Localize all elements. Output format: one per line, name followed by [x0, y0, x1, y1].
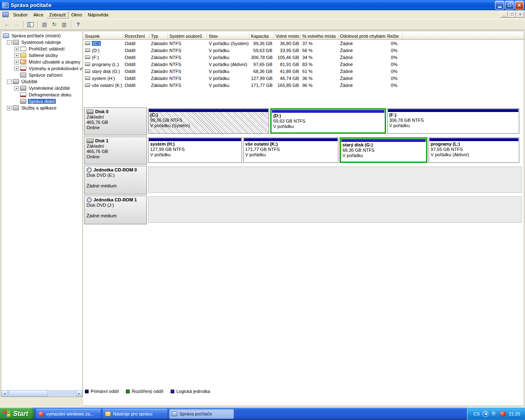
volume-row-system-h[interactable]: system (H:) Oddíl Základní NTFS V pořádk… — [83, 75, 524, 82]
partition-c[interactable]: (C:)99,36 GB NTFSV pořádku (Systém) — [148, 108, 269, 134]
refresh-button[interactable]: ↻ — [50, 20, 59, 29]
tree-item-vystrahy-a-protokolovani[interactable]: + Výstrahy a protokolování vý — [1, 65, 82, 72]
expand-toggle[interactable]: + — [14, 86, 19, 91]
extended-partition-color-swatch — [126, 390, 130, 393]
scrollbar-track[interactable] — [48, 390, 76, 397]
security-alert-tray-icon[interactable] — [500, 411, 506, 417]
menu-zobrazit[interactable]: Zobrazit — [46, 11, 68, 18]
volume-row-vse-ostatni-k[interactable]: vše ostatní (K:) Oddíl Základní NTFS V p… — [83, 82, 524, 89]
start-button[interactable]: Start — [0, 408, 34, 420]
partition-l[interactable]: programy (L:)97,65 GB NTFSV pořádku (Akt… — [429, 137, 519, 163]
column-header-volne-misto[interactable]: Volné místo — [274, 33, 301, 40]
expand-toggle[interactable]: + — [14, 66, 19, 71]
menu-napoveda[interactable]: Nápověda — [85, 11, 111, 18]
scroll-right-button[interactable]: ► — [76, 390, 82, 397]
close-button[interactable]: × — [515, 1, 524, 9]
disk-1-label[interactable]: Disk 1 Základní 465,76 GB Online — [84, 137, 147, 164]
forward-button[interactable]: → — [12, 20, 21, 29]
collapse-toggle[interactable]: - — [7, 40, 11, 45]
column-header-svazek[interactable]: Svazek — [83, 33, 123, 40]
restore-button[interactable] — [505, 1, 514, 9]
tree-item-mistni-uzivatele-a-skupiny[interactable]: + Místní uživatelé a skupiny — [1, 59, 82, 65]
volume-row-stary-disk-g[interactable]: starý disk (G:) Oddíl Základní NTFS V po… — [83, 68, 524, 75]
show-hide-tree-button[interactable] — [26, 20, 35, 29]
volume-row-programy-l[interactable]: programy (L:) Oddíl Základní NTFS V pořá… — [83, 61, 524, 68]
partition-status: V pořádku — [273, 124, 384, 129]
volume-row-c[interactable]: (C:) Oddíl Základní NTFS V pořádku (Syst… — [83, 40, 524, 47]
console-tree: Správa počítače (místní) - Systémové nás… — [1, 31, 82, 111]
task-button-vymazani-windows[interactable]: vymazání windows za... — [36, 409, 101, 419]
tree-item-sprava-pocitace-mistni[interactable]: Správa počítače (místní) — [1, 32, 82, 39]
expand-toggle[interactable]: + — [14, 47, 19, 51]
tree-item-spravce-zarizeni[interactable]: Správce zařízení — [1, 72, 82, 78]
task-button-nastroje-pro-spravu[interactable]: Nástroje pro správu — [103, 409, 167, 419]
partition-name: (D:) — [273, 113, 384, 119]
menu-soubor[interactable]: Soubor — [10, 11, 30, 18]
tree-item-prohlizec-udalosti[interactable]: + Prohlížeč událostí — [1, 46, 82, 52]
partition-h[interactable]: system (H:)127,99 GB NTFSV pořádku — [148, 137, 242, 163]
partition-k[interactable]: vše ostatní (K:)171,77 GB NTFSV pořádku — [243, 137, 338, 163]
column-header-rezie[interactable]: Režie — [386, 33, 403, 40]
cdrom-0-label[interactable]: Jednotka CD-ROM 0 Disk DVD (E:) Žádné mé… — [84, 166, 147, 194]
tree-item-uloziste[interactable]: - Úložiště — [1, 78, 82, 85]
expand-toggle[interactable]: + — [14, 60, 19, 64]
volume-status: V pořádku (Systém) — [207, 41, 249, 46]
cdrom-0-media-area[interactable] — [148, 167, 522, 193]
media-status: Žádné médium — [87, 183, 144, 189]
expand-toggle[interactable]: + — [14, 53, 19, 58]
drive-type: Disk DVD (E:) — [87, 173, 144, 178]
volume-name: (D:) — [92, 48, 99, 53]
column-header-rozvrzeni[interactable]: Rozvržení — [123, 33, 149, 40]
column-header-system-souboru[interactable]: Systém souborů — [168, 33, 207, 40]
scroll-left-button[interactable]: ◄ — [1, 390, 8, 397]
properties-button[interactable]: ▤ — [40, 20, 49, 29]
network-tray-icon[interactable] — [491, 411, 497, 417]
collapse-toggle[interactable]: - — [7, 80, 11, 84]
volume-fs: NTFS — [168, 41, 207, 46]
language-indicator[interactable]: CS — [473, 411, 479, 416]
back-button[interactable]: ← — [2, 20, 11, 29]
help-button[interactable]: ? — [73, 20, 83, 29]
child-restore-button[interactable]: □ — [508, 11, 516, 18]
expand-toggle[interactable]: + — [7, 106, 11, 110]
tree-item-vymenitelne-uloziste[interactable]: + Vyměnitelné úložiště — [1, 85, 82, 91]
column-header-stav[interactable]: Stav — [207, 33, 249, 40]
volume-status: V pořádku — [207, 55, 249, 60]
disk-0-label[interactable]: Disk 0 Základní 465,76 GB Online — [84, 107, 147, 135]
column-header-odolnost[interactable]: Odolnost proti chybám — [338, 33, 386, 40]
toolbar-separator — [23, 21, 24, 28]
minimize-button[interactable] — [495, 1, 504, 9]
console-window-icon[interactable] — [2, 12, 9, 17]
partition-f[interactable]: (F:)306,78 GB NTFSV pořádku — [387, 108, 519, 134]
partition-d[interactable]: (D:)59,63 GB NTFSV pořádku — [270, 108, 386, 134]
tree-item-sdilene-slozky[interactable]: + Sdílené složky — [1, 52, 82, 59]
child-close-button[interactable]: × — [516, 11, 524, 18]
tree-item-systemove-nastroje[interactable]: - Systémové nástroje — [1, 39, 82, 46]
cdrom-1-label[interactable]: Jednotka CD-ROM 1 Disk DVD (J:) Žádné mé… — [84, 196, 147, 224]
volume-type: Základní — [149, 69, 168, 74]
tree-item-defragmentace-disku[interactable]: Defragmentace disku — [1, 91, 82, 98]
column-header-kapacita[interactable]: Kapacita — [249, 33, 274, 40]
tree-item-sprava-disku[interactable]: Správa disků — [1, 98, 82, 105]
child-minimize-button[interactable]: _ — [500, 11, 508, 18]
task-button-sprava-pocitace[interactable]: Správa počítače — [169, 409, 234, 419]
tree-item-sluzby-a-aplikace[interactable]: + Služby a aplikace — [1, 105, 82, 111]
volume-fault-tolerance: Žádné — [338, 62, 386, 67]
column-header-pct-volneho-mista[interactable]: % volného místa — [301, 33, 338, 40]
menu-okno[interactable]: Okno — [68, 11, 85, 18]
desktop: Správa počítače × Soubor Akce Zobrazit O… — [0, 0, 525, 420]
cdrom-1-media-area[interactable] — [148, 196, 522, 223]
column-header-typ[interactable]: Typ — [149, 33, 168, 40]
disk-title: Disk 1 — [95, 138, 108, 144]
partition-g[interactable]: starý disk (G:)68,36 GB NTFSV pořádku — [340, 137, 427, 163]
scrollbar-thumb[interactable] — [9, 390, 48, 397]
volume-row-d[interactable]: (D:) Oddíl Základní NTFS V pořádku 59,63… — [83, 47, 524, 54]
title-bar[interactable]: Správa počítače × — [0, 0, 525, 10]
hide-icons-chevron[interactable]: ◄ — [482, 411, 488, 417]
volume-row-f[interactable]: (F:) Oddíl Základní NTFS V pořádku 306,7… — [83, 54, 524, 61]
export-list-button[interactable]: ▥ — [59, 20, 69, 29]
tree-horizontal-scrollbar[interactable]: ◄ ► — [1, 390, 82, 397]
disk-management-icon — [20, 99, 26, 104]
menu-akce[interactable]: Akce — [30, 11, 46, 18]
removable-storage-icon — [20, 86, 26, 91]
